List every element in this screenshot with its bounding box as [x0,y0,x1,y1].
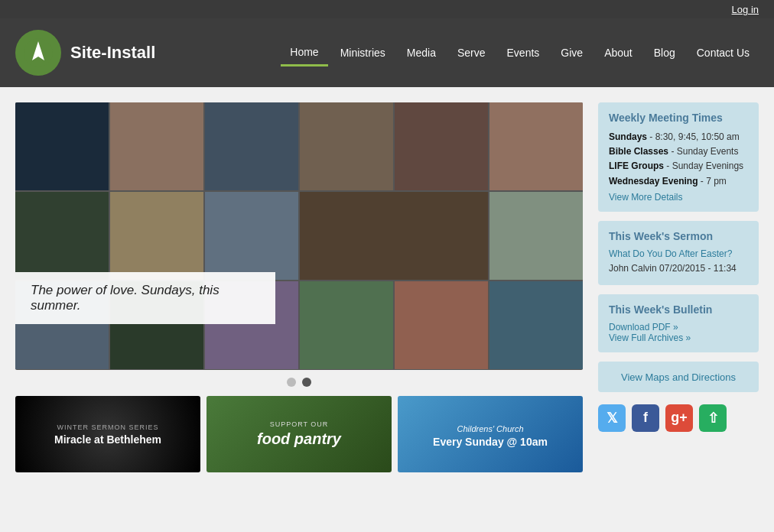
card-3-sub: Childrens' Church [457,424,523,433]
slide-dot-2[interactable] [302,378,311,387]
main-content: The power of love. Sundays, this summer.… [0,87,774,488]
more-details-link[interactable]: View More Details [609,192,748,203]
meeting-sundays: Sundays - 8:30, 9:45, 10:50 am [609,130,748,144]
card-2-main: food pantry [257,430,341,448]
share-icon[interactable]: ⇧ [699,404,727,432]
photo-cell [395,281,488,369]
maps-link[interactable]: View Maps and Directions [621,371,736,383]
photo-cell [489,102,583,190]
slide-dot-1[interactable] [287,378,296,387]
sermon-title: This Week's Sermon [609,230,748,242]
header: Site-Install Home Ministries Media Serve… [0,18,774,87]
card-2-small: Support our [270,420,329,428]
bulletin-box: This Week's Bulletin Download PDF » View… [598,294,759,352]
card-3-main: Every Sunday @ 10am [433,436,548,448]
bulletin-title: This Week's Bulletin [609,303,748,316]
photo-cell [110,102,203,190]
nav-home[interactable]: Home [281,40,327,66]
content-left: The power of love. Sundays, this summer.… [15,102,583,472]
google-plus-icon[interactable]: g+ [665,404,693,432]
wednesday-value: - 7 pm [701,176,727,187]
photo-cell [110,192,203,280]
maps-box: View Maps and Directions [598,362,759,392]
meeting-life: LIFE Groups - Sunday Evenings [609,159,748,174]
nav-events[interactable]: Events [498,41,549,65]
login-link[interactable]: Log in [732,4,759,15]
photo-cell [205,192,298,280]
photo-cell [205,102,298,190]
cards: WINTER SERMON SERIES Miracle at Bethlehe… [15,396,583,472]
logo[interactable]: Site-Install [15,30,155,76]
nav-give[interactable]: Give [551,41,592,65]
twitter-icon[interactable]: 𝕏 [598,404,626,432]
slide-dots [15,378,583,387]
card-inner-2: Support our food pantry [207,396,392,472]
nav-ministries[interactable]: Ministries [331,41,395,65]
meeting-wednesday: Wednesday Evening - 7 pm [609,174,748,189]
facebook-icon[interactable]: f [632,404,659,432]
sermon-link[interactable]: What Do You Do After Easter? [609,248,748,259]
card-food-pantry[interactable]: Support our food pantry [207,396,392,472]
main-nav: Home Ministries Media Serve Events Give … [155,40,759,66]
social-icons: 𝕏 f g+ ⇧ [598,404,759,432]
sundays-value: - 8:30, 9:45, 10:50 am [649,131,739,142]
photo-cell [300,102,393,190]
slideshow: The power of love. Sundays, this summer. [15,102,583,370]
bible-label: Bible Classes [609,146,668,157]
nav-blog[interactable]: Blog [645,41,685,65]
photo-cell [489,281,583,369]
photo-cell [489,192,583,280]
photo-cell [15,102,109,190]
photo-cell [395,102,488,190]
nav-contact[interactable]: Contact Us [688,41,759,65]
nav-serve[interactable]: Serve [448,41,495,65]
life-label: LIFE Groups [609,161,664,171]
photo-cell [15,192,109,280]
wednesday-label: Wednesday Evening [609,176,698,187]
sidebar: Weekly Meeting Times Sundays - 8:30, 9:4… [598,102,759,472]
photo-cell [300,281,393,369]
card-sermon-series[interactable]: WINTER SERMON SERIES Miracle at Bethlehe… [15,396,200,472]
card-1-main: Miracle at Bethlehem [54,433,161,446]
caption-text: The power of love. Sundays, this summer. [31,283,260,313]
sermon-box: This Week's Sermon What Do You Do After … [598,221,759,285]
full-archives-link[interactable]: View Full Archives » [609,332,748,343]
meeting-bible: Bible Classes - Sunday Events [609,144,748,159]
life-value: - Sunday Evenings [666,161,743,171]
card-inner-3: Childrens' Church Every Sunday @ 10am [398,396,583,472]
meeting-times-box: Weekly Meeting Times Sundays - 8:30, 9:4… [598,102,759,212]
bible-value: - Sunday Events [671,146,738,157]
sundays-label: Sundays [609,131,647,142]
meeting-times-title: Weekly Meeting Times [609,112,748,124]
sermon-meta: John Calvin 07/20/2015 - 11:34 [609,263,737,274]
nav-about[interactable]: About [595,41,642,65]
photo-grid [15,102,583,370]
card-childrens-church[interactable]: Childrens' Church Every Sunday @ 10am [398,396,583,472]
card-1-small: WINTER SERMON SERIES [57,423,158,431]
logo-icon [15,30,61,76]
download-pdf-link[interactable]: Download PDF » [609,322,748,332]
slide-caption: The power of love. Sundays, this summer. [15,272,275,324]
nav-media[interactable]: Media [398,41,445,65]
top-bar: Log in [0,0,774,18]
logo-text: Site-Install [70,43,155,63]
photo-cell [300,192,488,280]
card-inner-1: WINTER SERMON SERIES Miracle at Bethlehe… [15,396,200,472]
